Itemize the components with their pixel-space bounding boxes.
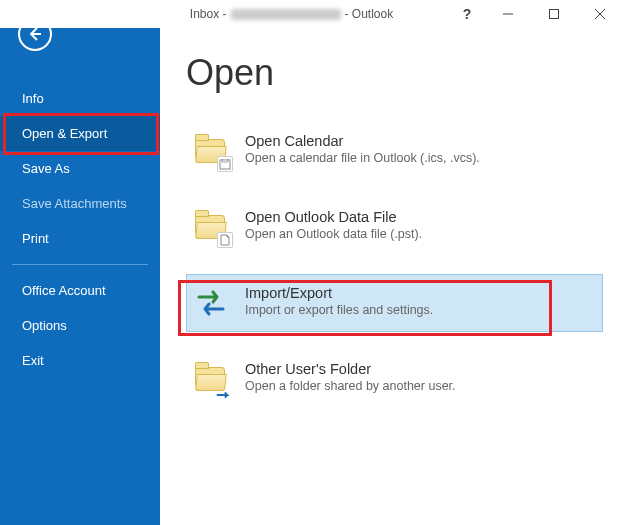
option-description: Open a calendar file in Outlook (.ics, .… (245, 151, 480, 165)
svg-rect-1 (550, 10, 559, 19)
option-other-users-folder[interactable]: Other User's Folder Open a folder shared… (186, 350, 603, 408)
title-prefix: Inbox - (190, 7, 227, 21)
titlebar: Inbox - - Outlook ? (0, 0, 623, 28)
option-open-data-file[interactable]: Open Outlook Data File Open an Outlook d… (186, 198, 603, 256)
minimize-button[interactable] (485, 0, 531, 28)
option-description: Import or export files and settings. (245, 303, 433, 317)
window-title: Inbox - - Outlook (160, 0, 423, 28)
sidebar-item-open-export[interactable]: Open & Export (0, 116, 160, 151)
sidebar-item-options[interactable]: Options (0, 308, 160, 343)
title-suffix: - Outlook (345, 7, 394, 21)
account-name-redacted (231, 9, 341, 20)
option-description: Open an Outlook data file (.pst). (245, 227, 422, 241)
option-open-calendar[interactable]: Open Calendar Open a calendar file in Ou… (186, 122, 603, 180)
help-button[interactable]: ? (449, 0, 485, 28)
sidebar-separator (12, 264, 148, 265)
sidebar-item-print[interactable]: Print (0, 221, 160, 256)
option-title: Open Calendar (245, 133, 480, 149)
backstage-sidebar: Info Open & Export Save As Save Attachme… (0, 0, 160, 525)
sidebar-item-exit[interactable]: Exit (0, 343, 160, 378)
backstage-menu: Info Open & Export Save As Save Attachme… (0, 81, 160, 378)
folder-calendar-icon (193, 133, 229, 169)
backstage-content: Open Open Calendar Open a calendar file … (160, 28, 623, 525)
option-title: Open Outlook Data File (245, 209, 422, 225)
folder-shared-icon (193, 361, 229, 397)
sidebar-item-save-attachments: Save Attachments (0, 186, 160, 221)
page-title: Open (186, 52, 603, 94)
folder-page-icon (193, 209, 229, 245)
option-title: Other User's Folder (245, 361, 456, 377)
option-import-export[interactable]: Import/Export Import or export files and… (186, 274, 603, 332)
sidebar-item-save-as[interactable]: Save As (0, 151, 160, 186)
sidebar-item-office-account[interactable]: Office Account (0, 273, 160, 308)
option-title: Import/Export (245, 285, 433, 301)
window-controls: ? (449, 0, 623, 28)
maximize-button[interactable] (531, 0, 577, 28)
option-description: Open a folder shared by another user. (245, 379, 456, 393)
close-button[interactable] (577, 0, 623, 28)
import-export-icon (193, 285, 229, 321)
sidebar-item-info[interactable]: Info (0, 81, 160, 116)
